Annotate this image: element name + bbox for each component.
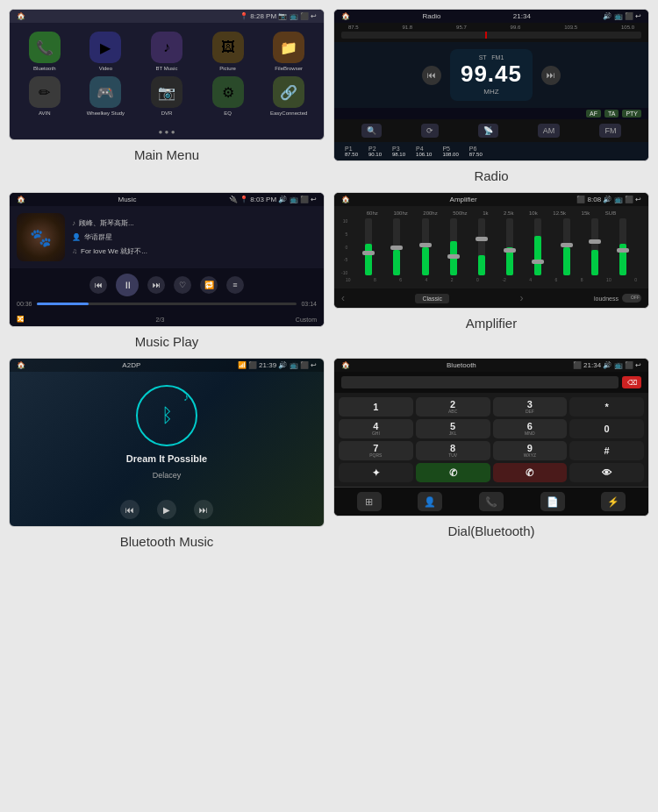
bar-handle[interactable] xyxy=(419,243,432,247)
radio-preset[interactable]: P687.50 xyxy=(466,146,486,157)
dial-key[interactable]: 6MNO xyxy=(493,419,568,438)
fm-btn[interactable]: FM xyxy=(599,124,621,138)
bt-next-btn[interactable]: ⏭ xyxy=(194,500,213,519)
app-label: Bluetooth xyxy=(33,66,55,71)
dial-key[interactable]: 0 xyxy=(569,419,644,438)
bar-handle[interactable] xyxy=(476,237,488,241)
antenna-btn[interactable]: 📡 xyxy=(478,124,498,138)
bar-handle[interactable] xyxy=(617,248,629,253)
dial-key[interactable]: 8TUV xyxy=(416,441,490,460)
prev-track-btn[interactable]: ⏮ xyxy=(89,276,107,294)
app-item[interactable]: 📷 DVR xyxy=(139,76,195,116)
prev-btn[interactable]: ⏮ xyxy=(422,66,441,85)
dial-key[interactable]: * xyxy=(569,397,644,417)
am-btn[interactable]: AM xyxy=(538,124,561,138)
eq-bar[interactable] xyxy=(615,218,631,275)
eq-bar[interactable] xyxy=(446,218,461,275)
dial-key[interactable]: 2ABC xyxy=(416,397,490,417)
dial-key[interactable]: 7PQRS xyxy=(339,441,413,460)
radio-screen: 🏠 Radio 21:34 🔊 📺 ⬛ ↩ 87.591.895.799.610… xyxy=(333,9,649,161)
heart-btn[interactable]: ♡ xyxy=(174,276,191,294)
bt-prev-btn[interactable]: ⏮ xyxy=(120,500,139,519)
eq-bar[interactable] xyxy=(502,218,518,275)
app-item[interactable]: 📞 Bluetooth xyxy=(17,32,73,71)
dial-bottom-btn[interactable]: 📄 xyxy=(540,492,565,511)
af-tag[interactable]: AF xyxy=(586,110,601,118)
dial-key[interactable]: 5JKL xyxy=(416,419,490,438)
app-item[interactable]: 📁 FileBrowser xyxy=(261,32,317,71)
dial-key[interactable]: ✆ xyxy=(493,463,568,482)
dial-key[interactable]: # xyxy=(569,441,644,460)
search-btn[interactable]: 🔍 xyxy=(361,124,382,138)
track-item[interactable]: 👤华语群星 xyxy=(72,232,317,242)
dial-topbar-icons: ⬛ 21:34 🔊 📺 ⬛ ↩ xyxy=(573,361,641,369)
eq-bar[interactable] xyxy=(361,218,376,275)
shuffle-btn[interactable]: 🔀 xyxy=(17,316,25,323)
eq-bar[interactable] xyxy=(418,218,433,275)
dial-input-bar[interactable] xyxy=(341,376,619,388)
bar-handle[interactable] xyxy=(504,248,516,253)
dial-bottom-btn[interactable]: 👤 xyxy=(418,492,442,511)
dial-key[interactable]: 3DEF xyxy=(493,397,568,417)
dial-key[interactable]: 9WXYZ xyxy=(493,441,568,460)
bar-handle[interactable] xyxy=(447,254,460,259)
pty-tag[interactable]: PTY xyxy=(622,110,641,118)
app-item[interactable]: 🎮 Wheelkey Study xyxy=(78,76,134,116)
amp-right-arrow[interactable]: › xyxy=(520,292,524,304)
eq-bar[interactable] xyxy=(587,218,603,275)
bar-handle[interactable] xyxy=(362,251,375,255)
tag-row: AF TA PTY xyxy=(334,108,648,119)
dial-key[interactable]: ✦ xyxy=(339,463,413,482)
loudness-toggle[interactable]: OFF xyxy=(622,294,641,303)
dial-bottom-btn[interactable]: ⊞ xyxy=(357,492,382,511)
bt-play-btn[interactable]: ▶ xyxy=(157,500,176,519)
eq-bar[interactable] xyxy=(530,218,546,275)
radio-preset[interactable]: P290.10 xyxy=(365,146,385,157)
track-item[interactable]: ♪顾峰、斯琴高斯... xyxy=(72,218,317,228)
eq-bar[interactable] xyxy=(474,218,490,275)
app-item[interactable]: 🔗 EasyConnected xyxy=(261,76,317,116)
bar-handle[interactable] xyxy=(390,246,403,250)
radio-preset[interactable]: P187.50 xyxy=(341,146,361,157)
app-item[interactable]: ⚙ EQ xyxy=(200,76,256,116)
radio-preset[interactable]: P398.10 xyxy=(389,146,409,157)
bar-track xyxy=(365,218,372,275)
freq-labels: 60hz100hz200hz500hz1k2.5k10k12.5k15kSUB xyxy=(341,210,641,216)
bar-handle[interactable] xyxy=(589,239,601,244)
radio-preset[interactable]: P5108.00 xyxy=(439,146,461,157)
list-btn[interactable]: ≡ xyxy=(226,276,244,294)
bar-handle[interactable] xyxy=(532,260,544,264)
app-item[interactable]: ✏ AVIN xyxy=(17,76,73,116)
progress-bar[interactable] xyxy=(37,303,297,305)
amp-topbar: 🏠 Amplifier ⬛ 8:08 🔊 📺 ⬛ ↩ xyxy=(334,193,648,206)
delete-btn[interactable]: ⌫ xyxy=(622,376,641,388)
dial-bottom-btn[interactable]: ⚡ xyxy=(601,492,626,511)
dial-key[interactable]: 👁 xyxy=(569,463,644,482)
song-title: Dream It Possible xyxy=(126,453,207,464)
radio-preset[interactable]: P4106.10 xyxy=(412,146,435,157)
play-pause-btn[interactable]: ⏸ xyxy=(116,274,139,296)
repeat-btn[interactable]: 🔁 xyxy=(200,276,218,294)
app-item[interactable]: ♪ BT Music xyxy=(139,32,195,71)
ta-tag[interactable]: TA xyxy=(604,110,619,118)
app-icon: 🔗 xyxy=(273,76,304,108)
bar-handle[interactable] xyxy=(561,243,573,247)
track-item[interactable]: ♫For love We 就好不... xyxy=(72,246,317,256)
app-item[interactable]: 🖼 Picture xyxy=(200,32,256,71)
eq-preset-btn[interactable]: Classic xyxy=(415,294,449,303)
dial-key[interactable]: ✆ xyxy=(416,463,490,482)
dial-key[interactable]: 4GHI xyxy=(339,419,413,438)
loop-btn[interactable]: ⟳ xyxy=(421,124,439,138)
next-btn[interactable]: ⏭ xyxy=(541,66,561,85)
current-time: 00:36 xyxy=(17,301,32,307)
bar-fill xyxy=(534,236,541,276)
dial-key[interactable]: 1 xyxy=(339,397,413,417)
eq-bar[interactable] xyxy=(559,218,575,275)
next-track-btn[interactable]: ⏭ xyxy=(147,276,165,294)
bt-circle: ᛒ ♪ xyxy=(136,385,197,446)
eq-bar[interactable] xyxy=(389,218,404,275)
dial-bottom-btn[interactable]: 📞 xyxy=(479,492,504,511)
amp-left-arrow[interactable]: ‹ xyxy=(341,292,345,304)
app-item[interactable]: ▶ Video xyxy=(78,32,134,71)
amp-topbar-icons: ⬛ 8:08 🔊 📺 ⬛ ↩ xyxy=(576,196,641,203)
